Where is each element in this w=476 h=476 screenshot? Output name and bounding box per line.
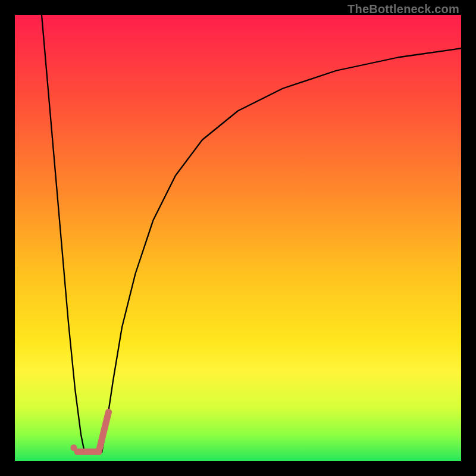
bottleneck-curve-chart — [15, 15, 461, 461]
plot-area — [15, 15, 461, 461]
chart-frame: TheBottleneck.com — [0, 0, 476, 476]
watermark-text: TheBottleneck.com — [347, 2, 459, 16]
gradient-background — [15, 15, 461, 461]
